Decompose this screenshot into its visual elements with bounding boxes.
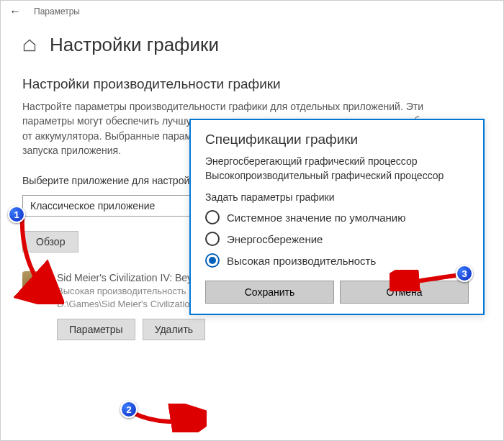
browse-button[interactable]: Обзор bbox=[22, 231, 78, 253]
radio-system-default[interactable]: Системное значение по умолчанию bbox=[205, 210, 469, 224]
app-options-button[interactable]: Параметры bbox=[57, 319, 135, 340]
dropdown-value: Классическое приложение bbox=[30, 200, 155, 212]
page-title: Настройки графики bbox=[50, 34, 219, 56]
app-delete-button[interactable]: Удалить bbox=[143, 319, 205, 340]
dialog-button-row: Сохранить Отмена bbox=[205, 281, 469, 304]
annotation-badge-2: 2 bbox=[120, 401, 138, 418]
back-arrow-icon[interactable]: ← bbox=[9, 5, 27, 18]
radio-circle-icon bbox=[205, 232, 220, 246]
cancel-button[interactable]: Отмена bbox=[340, 281, 469, 304]
dialog-gpu-info: Энергосберегающий графический процессор … bbox=[205, 155, 469, 183]
annotation-arrow-2 bbox=[127, 404, 207, 432]
radio-power-saving[interactable]: Энергосбережение bbox=[205, 232, 469, 246]
title-bar: ← Параметры bbox=[1, 1, 503, 22]
page-heading: Настройки графики bbox=[1, 22, 503, 62]
radio-circle-icon bbox=[205, 253, 220, 268]
dialog-title: Спецификации графики bbox=[205, 132, 469, 147]
app-icon: CIV bbox=[22, 271, 48, 297]
dialog-gpu-powersave: Энергосберегающий графический процессор bbox=[205, 155, 469, 169]
title-bar-label: Параметры bbox=[34, 6, 80, 17]
app-action-buttons: Параметры Удалить bbox=[1, 314, 503, 340]
save-button[interactable]: Сохранить bbox=[205, 281, 334, 304]
section-title: Настройки производительности графики bbox=[1, 62, 503, 99]
radio-circle-icon bbox=[205, 210, 220, 224]
annotation-badge-1: 1 bbox=[8, 206, 25, 223]
radio-group: Системное значение по умолчанию Энергосб… bbox=[205, 210, 469, 268]
dialog-prompt: Задать параметры графики bbox=[205, 191, 469, 203]
radio-high-performance[interactable]: Высокая производительность bbox=[205, 253, 469, 268]
graphics-spec-dialog: Спецификации графики Энергосберегающий г… bbox=[189, 119, 485, 315]
home-icon[interactable] bbox=[22, 38, 37, 53]
radio-label: Энергосбережение bbox=[227, 233, 323, 245]
annotation-badge-3: 3 bbox=[456, 265, 473, 282]
radio-label: Высокая производительность bbox=[227, 255, 376, 267]
radio-label: Системное значение по умолчанию bbox=[227, 212, 406, 224]
dialog-gpu-highperf: Высокопроизводительный графический проце… bbox=[205, 169, 469, 183]
